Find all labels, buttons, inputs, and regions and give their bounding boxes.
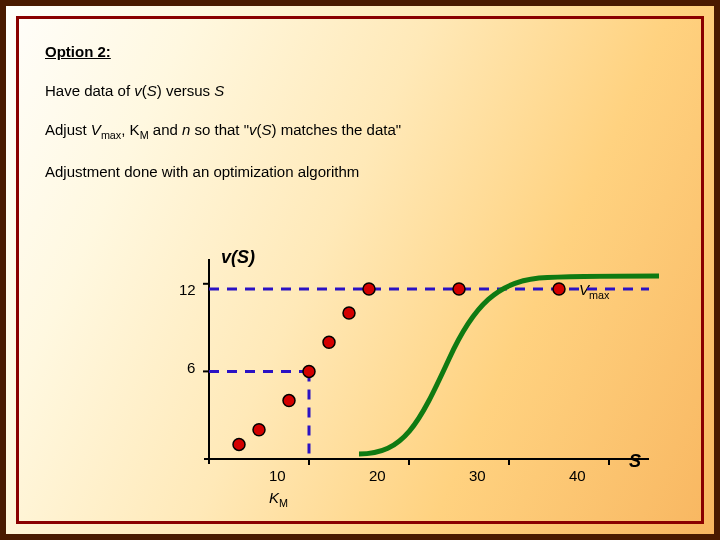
t: M	[140, 129, 149, 141]
text-block: Option 2: Have data of v(S) versus S Adj…	[45, 43, 675, 180]
line-have-data: Have data of v(S) versus S	[45, 82, 675, 99]
data-point	[363, 283, 375, 295]
data-point	[253, 424, 265, 436]
t: V	[91, 121, 101, 138]
t: M	[279, 497, 288, 509]
line-algorithm: Adjustment done with an optimization alg…	[45, 163, 675, 180]
t: so that "	[190, 121, 249, 138]
model-curve	[359, 276, 659, 454]
t: ) matches the data"	[272, 121, 402, 138]
t: v	[134, 82, 142, 99]
data-point	[553, 283, 565, 295]
data-point	[343, 307, 355, 319]
t: , K	[121, 121, 139, 138]
t: S	[214, 82, 224, 99]
plot-svg	[209, 269, 649, 479]
t: v	[249, 121, 257, 138]
y-tick-6: 6	[187, 359, 195, 376]
t: and	[149, 121, 182, 138]
t: K	[269, 489, 279, 506]
data-point	[283, 395, 295, 407]
t: max	[101, 129, 121, 141]
data-point	[303, 365, 315, 377]
line-adjust: Adjust Vmax, KM and n so that "v(S) matc…	[45, 121, 675, 141]
data-point	[323, 336, 335, 348]
t: S	[147, 82, 157, 99]
option-title: Option 2:	[45, 43, 675, 60]
data-point	[233, 438, 245, 450]
y-tick-12: 12	[179, 281, 196, 298]
slide-inner: Option 2: Have data of v(S) versus S Adj…	[16, 16, 704, 524]
slide-frame: Option 2: Have data of v(S) versus S Adj…	[0, 0, 720, 540]
data-points	[233, 283, 565, 450]
t: Adjust	[45, 121, 91, 138]
km-label: KM	[269, 489, 288, 509]
t: S	[262, 121, 272, 138]
t: ) versus	[157, 82, 215, 99]
chart: v(S) 12 6 Vmax S 10 20 30 40 KM	[169, 249, 659, 529]
data-point	[453, 283, 465, 295]
t: Have data of	[45, 82, 134, 99]
y-axis-label: v(S)	[221, 247, 255, 268]
